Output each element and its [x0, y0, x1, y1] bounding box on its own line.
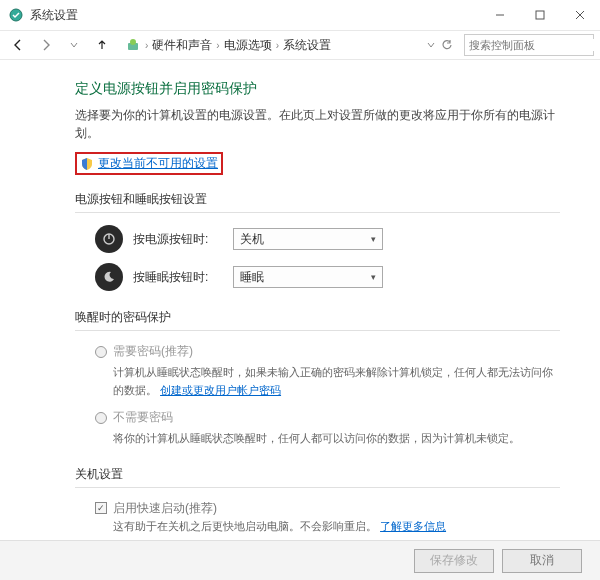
- no-password-label: 不需要密码: [113, 409, 173, 426]
- breadcrumb-sys[interactable]: 系统设置: [283, 37, 331, 54]
- fast-startup-check-row: ✓ 启用快速启动(推荐): [75, 500, 560, 517]
- shield-icon: [80, 157, 94, 171]
- forward-button[interactable]: [34, 33, 58, 57]
- fast-startup-checkbox: ✓: [95, 502, 107, 514]
- page-description: 选择要为你的计算机设置的电源设置。在此页上对设置所做的更改将应用于你所有的电源计…: [75, 106, 560, 142]
- moon-icon: [95, 263, 123, 291]
- power-button-value: 关机: [240, 231, 264, 248]
- chevron-right-icon: ›: [216, 40, 219, 51]
- no-password-desc: 将你的计算机从睡眠状态唤醒时，任何人都可以访问你的数据，因为计算机未锁定。: [75, 430, 560, 448]
- breadcrumb-power[interactable]: 电源选项: [224, 37, 272, 54]
- no-password-radio: [95, 412, 107, 424]
- sleep-button-label: 按睡眠按钮时:: [133, 269, 233, 286]
- need-password-label: 需要密码(推荐): [113, 343, 193, 360]
- content-area: 定义电源按钮并启用密码保护 选择要为你的计算机设置的电源设置。在此页上对设置所做…: [0, 60, 600, 540]
- section-title-shutdown: 关机设置: [75, 466, 560, 488]
- need-password-radio: [95, 346, 107, 358]
- maximize-button[interactable]: [520, 0, 560, 30]
- power-button-select[interactable]: 关机 ▾: [233, 228, 383, 250]
- chevron-right-icon: ›: [276, 40, 279, 51]
- save-button[interactable]: 保存修改: [414, 549, 494, 573]
- page-heading: 定义电源按钮并启用密码保护: [75, 80, 560, 98]
- chevron-down-icon[interactable]: [427, 41, 435, 49]
- footer: 保存修改 取消: [0, 540, 600, 580]
- close-button[interactable]: [560, 0, 600, 30]
- app-icon: [8, 7, 24, 23]
- svg-point-6: [130, 39, 136, 45]
- create-password-link[interactable]: 创建或更改用户帐户密码: [160, 384, 281, 396]
- search-input[interactable]: [469, 39, 600, 51]
- change-settings-link[interactable]: 更改当前不可用的设置: [98, 155, 218, 172]
- change-settings-link-box: 更改当前不可用的设置: [75, 152, 223, 175]
- power-button-row: 按电源按钮时: 关机 ▾: [75, 225, 560, 253]
- history-dropdown[interactable]: [62, 33, 86, 57]
- minimize-button[interactable]: [480, 0, 520, 30]
- search-box[interactable]: [464, 34, 594, 56]
- password-section: 唤醒时的密码保护 需要密码(推荐) 计算机从睡眠状态唤醒时，如果未输入正确的密码…: [75, 309, 560, 448]
- fast-startup-label: 启用快速启动(推荐): [113, 500, 217, 517]
- power-icon: [95, 225, 123, 253]
- cancel-button[interactable]: 取消: [502, 549, 582, 573]
- no-password-radio-row: 不需要密码: [75, 409, 560, 426]
- chevron-right-icon: ›: [145, 40, 148, 51]
- shutdown-section: 关机设置 ✓ 启用快速启动(推荐) 这有助于在关机之后更快地启动电脑。不会影响重…: [75, 466, 560, 540]
- chevron-down-icon: ▾: [371, 234, 376, 244]
- fast-startup-desc: 这有助于在关机之后更快地启动电脑。不会影响重启。 了解更多信息: [75, 519, 560, 534]
- back-button[interactable]: [6, 33, 30, 57]
- location-icon: [125, 37, 141, 53]
- section-title-password: 唤醒时的密码保护: [75, 309, 560, 331]
- window-title: 系统设置: [30, 7, 480, 24]
- section-title-power-buttons: 电源按钮和睡眠按钮设置: [75, 191, 560, 213]
- power-button-label: 按电源按钮时:: [133, 231, 233, 248]
- up-button[interactable]: [90, 33, 114, 57]
- chevron-down-icon: ▾: [371, 272, 376, 282]
- refresh-icon[interactable]: [441, 39, 453, 51]
- need-password-radio-row: 需要密码(推荐): [75, 343, 560, 360]
- titlebar: 系统设置: [0, 0, 600, 30]
- sleep-button-select[interactable]: 睡眠 ▾: [233, 266, 383, 288]
- learn-more-link[interactable]: 了解更多信息: [380, 520, 446, 532]
- power-button-section: 电源按钮和睡眠按钮设置 按电源按钮时: 关机 ▾ 按睡眠按钮时: 睡眠 ▾: [75, 191, 560, 291]
- navbar: › 硬件和声音 › 电源选项 › 系统设置: [0, 30, 600, 60]
- sleep-button-row: 按睡眠按钮时: 睡眠 ▾: [75, 263, 560, 291]
- svg-rect-2: [536, 11, 544, 19]
- need-password-desc: 计算机从睡眠状态唤醒时，如果未输入正确的密码来解除计算机锁定，任何人都无法访问你…: [75, 364, 560, 399]
- breadcrumb[interactable]: › 硬件和声音 › 电源选项 › 系统设置: [118, 34, 460, 57]
- breadcrumb-hw-sound[interactable]: 硬件和声音: [152, 37, 212, 54]
- sleep-button-value: 睡眠: [240, 269, 264, 286]
